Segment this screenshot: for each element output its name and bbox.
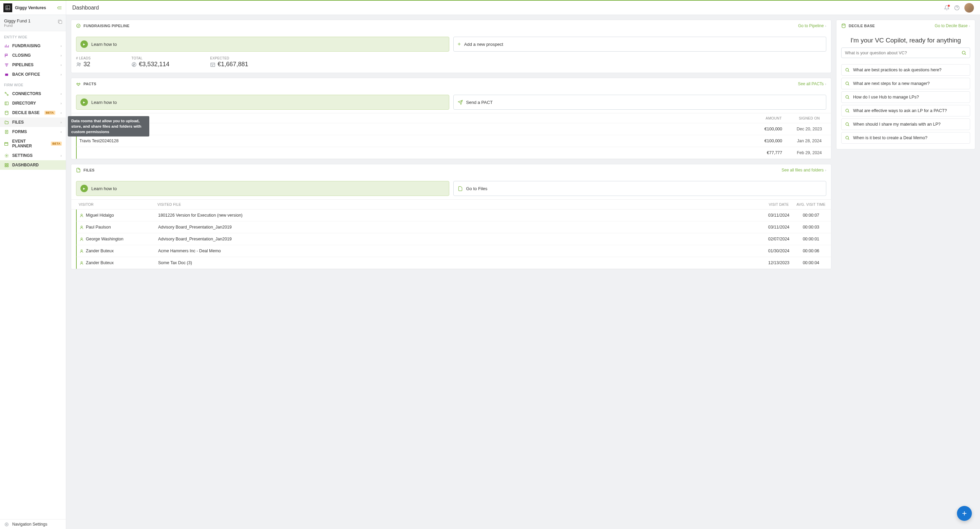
file-name: Some Tax Doc (3) bbox=[158, 260, 762, 265]
file-date: 02/07/2024 bbox=[762, 237, 796, 241]
play-icon: ▸ bbox=[80, 185, 88, 192]
send-pact-button[interactable]: Send a PACT bbox=[453, 95, 827, 110]
svg-point-28 bbox=[842, 24, 845, 25]
sidebar: Giggy Fund 1 Fund ENTITY WIDE FUNDRAISIN… bbox=[0, 15, 66, 529]
see-all-files-link[interactable]: See all files and folders› bbox=[781, 168, 826, 172]
calendar-icon bbox=[4, 142, 9, 146]
file-name: Acme Hammers Inc - Deal Memo bbox=[158, 249, 762, 253]
search-icon bbox=[845, 135, 850, 140]
nav-decile-base[interactable]: DECILE BASEBETA› bbox=[0, 108, 66, 118]
chevron-right-icon: › bbox=[60, 153, 62, 158]
sidebar-collapse-button[interactable] bbox=[57, 5, 62, 10]
pact-amount: €77,777 bbox=[755, 150, 792, 155]
fund-switch-icon[interactable] bbox=[58, 19, 62, 24]
file-visitor: Zander Buteux bbox=[77, 260, 158, 265]
quick-question[interactable]: What are best practices to ask questions… bbox=[841, 64, 970, 76]
pact-amount: €100,000 bbox=[755, 139, 792, 143]
file-date: 01/30/2024 bbox=[762, 249, 796, 253]
learn-how-to-button[interactable]: ▸ Learn how to bbox=[76, 181, 449, 196]
table-row[interactable]: Paul PaulsonAdvisory Board_Presentation_… bbox=[76, 221, 831, 233]
go-to-files-button[interactable]: Go to Files bbox=[453, 181, 827, 196]
nav-settings[interactable]: SETTINGS› bbox=[0, 151, 66, 160]
nav-event-planner[interactable]: EVENT PLANNERBETA bbox=[0, 137, 66, 151]
check-circle-icon bbox=[76, 24, 81, 28]
nav-directory[interactable]: DIRECTORY› bbox=[0, 99, 66, 108]
svg-rect-4 bbox=[5, 73, 8, 76]
go-to-pipeline-link[interactable]: Go to Pipeline› bbox=[798, 24, 826, 28]
file-time: 00:00:03 bbox=[796, 225, 826, 229]
quick-question[interactable]: How do I use Hub to manage LPs? bbox=[841, 91, 970, 103]
svg-point-27 bbox=[81, 261, 82, 263]
fab-add-button[interactable]: + bbox=[957, 506, 972, 521]
section-entity-wide: ENTITY WIDE bbox=[0, 31, 66, 41]
search-icon[interactable] bbox=[961, 50, 966, 55]
pacts-card: PACTS See all PACTs› ▸ Learn how to Send… bbox=[71, 78, 831, 159]
chevron-right-icon: › bbox=[60, 111, 62, 115]
quick-question[interactable]: What are effective ways to ask an LP for… bbox=[841, 105, 970, 116]
learn-how-to-button[interactable]: ▸ Learn how to bbox=[76, 95, 449, 110]
table-row[interactable]: Miguel Hidalgo1801226 Version for Execut… bbox=[76, 209, 831, 221]
chevron-right-icon: › bbox=[60, 92, 62, 96]
quick-question[interactable]: When is it best to create a Deal Memo? bbox=[841, 132, 970, 143]
notifications-button[interactable] bbox=[944, 5, 950, 11]
files-tooltip: Data rooms that allow you to upload, sto… bbox=[68, 116, 149, 137]
svg-point-11 bbox=[6, 155, 7, 156]
notification-dot bbox=[947, 5, 950, 7]
nav-closing[interactable]: CLOSING› bbox=[0, 51, 66, 60]
chevron-right-icon: › bbox=[60, 53, 62, 57]
col-date: VISIT DATE bbox=[762, 202, 796, 206]
database-icon bbox=[841, 24, 846, 28]
nav-navigation-settings[interactable]: Navigation Settings bbox=[0, 519, 66, 529]
file-visitor: Zander Buteux bbox=[77, 249, 158, 253]
person-icon bbox=[80, 261, 84, 265]
col-time: AVG. VISIT TIME bbox=[796, 202, 826, 206]
brand-logo bbox=[3, 3, 12, 12]
leads-label: # LEADS bbox=[76, 56, 91, 60]
table-row[interactable]: Travis Test20240128€100,000Jan 28, 2024 bbox=[76, 135, 831, 147]
nav-connectors[interactable]: CONNECTORS› bbox=[0, 89, 66, 99]
help-button[interactable] bbox=[954, 5, 959, 11]
quick-question[interactable]: When should I share my materials with an… bbox=[841, 118, 970, 130]
people-icon bbox=[76, 62, 81, 67]
person-icon bbox=[80, 249, 84, 253]
nav-files[interactable]: FILES› Data rooms that allow you to uplo… bbox=[0, 118, 66, 127]
page-title: Dashboard bbox=[66, 5, 99, 11]
user-avatar[interactable] bbox=[964, 3, 974, 13]
card-title: FILES bbox=[83, 168, 95, 172]
nav-forms[interactable]: FORMS› bbox=[0, 127, 66, 137]
svg-point-16 bbox=[6, 524, 7, 524]
table-row[interactable]: Zander ButeuxAcme Hammers Inc - Deal Mem… bbox=[76, 245, 831, 257]
quick-question[interactable]: What are next steps for a new manager? bbox=[841, 78, 970, 89]
see-all-pacts-link[interactable]: See all PACTs› bbox=[798, 81, 826, 86]
search-icon bbox=[845, 122, 850, 127]
svg-rect-0 bbox=[6, 6, 10, 10]
database-icon bbox=[4, 111, 9, 115]
nav-pipelines[interactable]: PIPELINES› bbox=[0, 60, 66, 70]
gear-icon bbox=[4, 522, 9, 527]
person-icon bbox=[80, 225, 84, 229]
table-row[interactable]: George WashingtonAdvisory Board_Presenta… bbox=[76, 233, 831, 245]
svg-rect-15 bbox=[7, 165, 8, 167]
svg-point-33 bbox=[846, 109, 848, 112]
chart-icon bbox=[4, 44, 9, 48]
go-to-decile-base-link[interactable]: Go to Decile Base› bbox=[935, 24, 970, 28]
nav-dashboard[interactable]: DASHBOARD bbox=[0, 160, 66, 170]
col-signed: SIGNED ON bbox=[792, 116, 826, 120]
svg-point-17 bbox=[5, 523, 8, 526]
handshake-icon bbox=[76, 81, 81, 86]
svg-point-19 bbox=[77, 62, 79, 64]
nav-fundraising[interactable]: FUNDRAISING› bbox=[0, 41, 66, 51]
fund-selector[interactable]: Giggy Fund 1 Fund bbox=[0, 15, 66, 31]
svg-point-34 bbox=[846, 123, 848, 125]
copilot-search-input[interactable] bbox=[845, 51, 961, 55]
learn-how-to-button[interactable]: ▸ Learn how to bbox=[76, 37, 449, 52]
table-row[interactable]: €77,777Feb 29, 2024 bbox=[76, 147, 831, 159]
nav-back-office[interactable]: BACK OFFICE› bbox=[0, 70, 66, 79]
file-time: 00:00:01 bbox=[796, 237, 826, 241]
table-row[interactable]: zander lpa€100,000Dec 20, 2023 bbox=[76, 123, 831, 135]
svg-point-8 bbox=[5, 111, 8, 112]
add-prospect-button[interactable]: + Add a new prospect bbox=[453, 37, 827, 52]
table-row[interactable]: Zander ButeuxSome Tax Doc (3)12/13/20230… bbox=[76, 257, 831, 269]
chevron-right-icon: › bbox=[60, 72, 62, 76]
copilot-search-box[interactable] bbox=[841, 48, 970, 58]
